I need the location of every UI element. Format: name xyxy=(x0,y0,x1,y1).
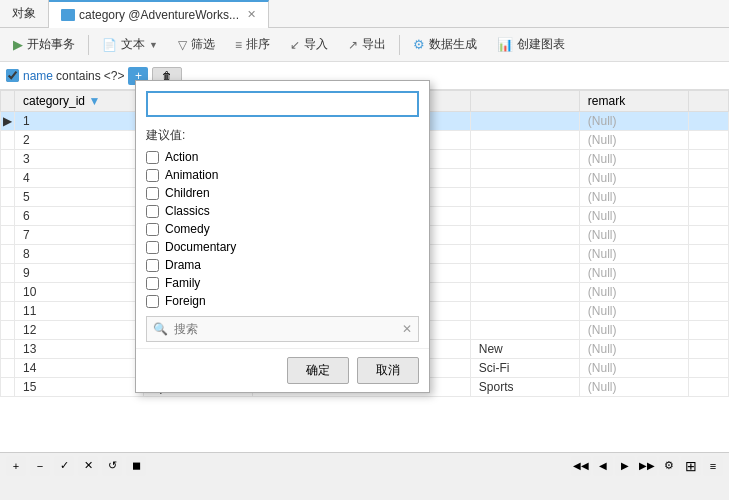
row-marker xyxy=(1,207,15,226)
text-label: 文本 xyxy=(121,36,145,53)
close-button[interactable]: ✕ xyxy=(78,456,98,476)
popup-checkbox-label: Children xyxy=(165,186,210,200)
cell-id: 9 xyxy=(15,264,144,283)
stop-button[interactable]: ◼ xyxy=(126,456,146,476)
cell-extra xyxy=(689,245,729,264)
row-marker xyxy=(1,169,15,188)
toolbar: ▶ 开始事务 📄 文本 ▼ ▽ 筛选 ≡ 排序 ↙ 导入 ↗ 导出 ⚙ 数据生成… xyxy=(0,28,729,62)
cell-id: 13 xyxy=(15,340,144,359)
tab-category[interactable]: category @AdventureWorks... ✕ xyxy=(49,0,269,28)
popup-checkbox-foreign[interactable] xyxy=(146,295,159,308)
start-transaction-label: 开始事务 xyxy=(27,36,75,53)
cell-remark: (Null) xyxy=(579,359,688,378)
popup-checkbox-item[interactable]: Documentary xyxy=(146,238,419,256)
export-icon: ↗ xyxy=(348,38,358,52)
export-button[interactable]: ↗ 导出 xyxy=(339,32,395,57)
col-header-col4[interactable] xyxy=(470,91,579,112)
create-chart-label: 创建图表 xyxy=(517,36,565,53)
check-button[interactable]: ✓ xyxy=(54,456,74,476)
cell-extra xyxy=(689,359,729,378)
popup-search-icon: 🔍 xyxy=(147,322,174,336)
cell-id: 4 xyxy=(15,169,144,188)
col-header-remark[interactable]: remark xyxy=(579,91,688,112)
cell-remark: (Null) xyxy=(579,226,688,245)
cell-col4: Sci-Fi xyxy=(470,359,579,378)
row-marker xyxy=(1,245,15,264)
popup-checkbox-classics[interactable] xyxy=(146,205,159,218)
filter-field: name xyxy=(23,69,53,83)
popup-checkbox-family[interactable] xyxy=(146,277,159,290)
create-chart-icon: 📊 xyxy=(497,37,513,52)
generate-data-button[interactable]: ⚙ 数据生成 xyxy=(404,32,486,57)
nav-last-button[interactable]: ▶▶ xyxy=(637,456,657,476)
nav-next-button[interactable]: ▶ xyxy=(615,456,635,476)
row-marker xyxy=(1,150,15,169)
tab-objects-label: 对象 xyxy=(12,5,36,22)
popup-search-input[interactable] xyxy=(174,322,396,336)
remove-row-button[interactable]: − xyxy=(30,456,50,476)
filter-checkbox[interactable] xyxy=(6,69,19,82)
row-marker xyxy=(1,283,15,302)
tab-objects[interactable]: 对象 xyxy=(0,0,49,28)
add-row-button[interactable]: + xyxy=(6,456,26,476)
popup-search-clear-icon[interactable]: ✕ xyxy=(396,322,418,336)
filter-button[interactable]: ▽ 筛选 xyxy=(169,32,224,57)
popup-cancel-button[interactable]: 取消 xyxy=(357,357,419,384)
popup-checkbox-children[interactable] xyxy=(146,187,159,200)
cell-id: 5 xyxy=(15,188,144,207)
col-header-marker xyxy=(1,91,15,112)
popup-checkbox-animation[interactable] xyxy=(146,169,159,182)
toolbar-sep-1 xyxy=(88,35,89,55)
col-header-category-id[interactable]: category_id ▼ xyxy=(15,91,144,112)
popup-checkbox-item[interactable]: Comedy xyxy=(146,220,419,238)
nav-prev-button[interactable]: ◀ xyxy=(593,456,613,476)
status-left: + − ✓ ✕ ↺ ◼ xyxy=(6,456,146,476)
popup-checkbox-drama[interactable] xyxy=(146,259,159,272)
cell-id: 7 xyxy=(15,226,144,245)
cell-col4: Sports xyxy=(470,378,579,397)
list-view-button[interactable]: ≡ xyxy=(703,456,723,476)
start-transaction-button[interactable]: ▶ 开始事务 xyxy=(4,32,84,57)
popup-checkbox-documentary[interactable] xyxy=(146,241,159,254)
popup-checkbox-item[interactable]: Drama xyxy=(146,256,419,274)
nav-first-button[interactable]: ◀◀ xyxy=(571,456,591,476)
filter-popup: 建议值: ActionAnimationChildrenClassicsCome… xyxy=(135,80,430,393)
cell-extra xyxy=(689,340,729,359)
cell-col4 xyxy=(470,302,579,321)
settings-button[interactable]: ⚙ xyxy=(659,456,679,476)
popup-checkbox-action[interactable] xyxy=(146,151,159,164)
status-right: ◀◀ ◀ ▶ ▶▶ ⚙ ⊞ ≡ xyxy=(571,456,723,476)
cell-col4 xyxy=(470,150,579,169)
cell-id: 1 xyxy=(15,112,144,131)
filter-icon: ▽ xyxy=(178,38,187,52)
reload-button[interactable]: ↺ xyxy=(102,456,122,476)
popup-checkbox-item[interactable]: Classics xyxy=(146,202,419,220)
popup-suggest-label: 建议值: xyxy=(136,127,429,148)
cell-remark: (Null) xyxy=(579,131,688,150)
cell-remark: (Null) xyxy=(579,283,688,302)
popup-checkbox-item[interactable]: Foreign xyxy=(146,292,419,310)
cell-col4 xyxy=(470,264,579,283)
popup-checkbox-item[interactable]: Animation xyxy=(146,166,419,184)
cell-remark: (Null) xyxy=(579,378,688,397)
grid-view-button[interactable]: ⊞ xyxy=(681,456,701,476)
popup-checkbox-label: Drama xyxy=(165,258,201,272)
popup-checkbox-comedy[interactable] xyxy=(146,223,159,236)
tab-bar: 对象 category @AdventureWorks... ✕ xyxy=(0,0,729,28)
cell-id: 12 xyxy=(15,321,144,340)
cell-extra xyxy=(689,283,729,302)
cell-remark: (Null) xyxy=(579,112,688,131)
popup-checkbox-item[interactable]: Children xyxy=(146,184,419,202)
sort-icon: ≡ xyxy=(235,38,242,52)
text-button[interactable]: 📄 文本 ▼ xyxy=(93,32,167,57)
sort-button[interactable]: ≡ 排序 xyxy=(226,32,279,57)
create-chart-button[interactable]: 📊 创建图表 xyxy=(488,32,574,57)
popup-checkbox-item[interactable]: Family xyxy=(146,274,419,292)
popup-text-input[interactable] xyxy=(146,91,419,117)
import-button[interactable]: ↙ 导入 xyxy=(281,32,337,57)
popup-ok-button[interactable]: 确定 xyxy=(287,357,349,384)
popup-checkbox-item[interactable]: Action xyxy=(146,148,419,166)
start-transaction-icon: ▶ xyxy=(13,37,23,52)
tab-close-icon[interactable]: ✕ xyxy=(247,8,256,21)
status-bar: + − ✓ ✕ ↺ ◼ ◀◀ ◀ ▶ ▶▶ ⚙ ⊞ ≡ xyxy=(0,452,729,478)
